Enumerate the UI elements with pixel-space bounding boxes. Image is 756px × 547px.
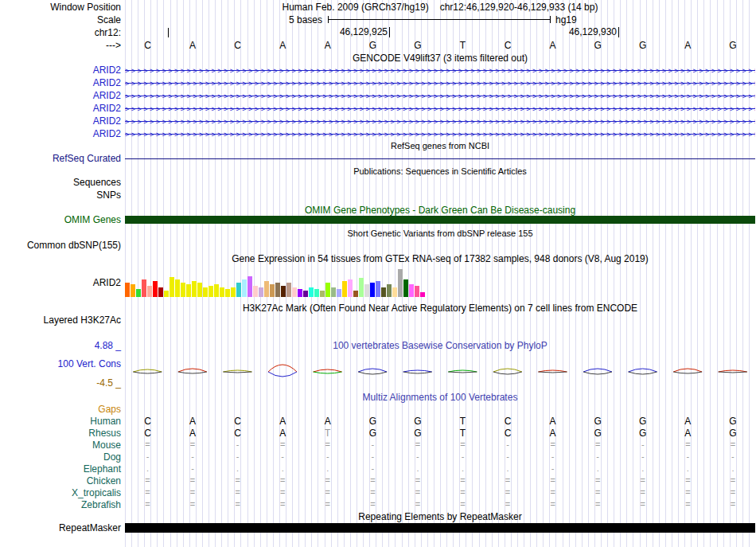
- multiz-label-rhesus[interactable]: Rhesus: [0, 428, 121, 439]
- gtex-tissue-bar[interactable]: [353, 291, 358, 297]
- sequences-label[interactable]: Sequences: [0, 177, 121, 188]
- gene-model-arid2[interactable]: >>>>>>>>>>>>>>>>>>>>>>>>>>>>>>>>>>>>>>>>…: [125, 64, 755, 76]
- gtex-tissue-bar[interactable]: [309, 287, 314, 297]
- gtex-tissue-bar[interactable]: [142, 279, 146, 297]
- h3k27ac-label[interactable]: Layered H3K27Ac: [0, 315, 121, 326]
- multiz-row-human[interactable]: CACAAGGTCAGGAG: [125, 416, 755, 428]
- gtex-tissue-bar[interactable]: [147, 286, 152, 297]
- gtex-tissue-bar[interactable]: [337, 289, 341, 297]
- multiz-row-zebrafish[interactable]: ==============: [125, 499, 755, 511]
- gtex-tissue-bar[interactable]: [203, 287, 208, 297]
- gtex-tissue-bar[interactable]: [342, 281, 347, 297]
- gtex-tissue-bar[interactable]: [164, 291, 169, 297]
- multiz-row-rhesus[interactable]: CACATGGTCAGGAG: [125, 428, 755, 440]
- gene-model-arid2[interactable]: >>>>>>>>>>>>>>>>>>>>>>>>>>>>>>>>>>>>>>>>…: [125, 77, 755, 89]
- gtex-tissue-bar[interactable]: [236, 283, 241, 297]
- gtex-tissue-bar[interactable]: [220, 287, 224, 297]
- gene-model-arid2[interactable]: >>>>>>>>>>>>>>>>>>>>>>>>>>>>>>>>>>>>>>>>…: [125, 90, 755, 102]
- omim-gene-bar[interactable]: [125, 216, 755, 224]
- gene-label-arid2[interactable]: ARID2: [0, 90, 121, 101]
- gtex-tissue-bar[interactable]: [359, 278, 364, 297]
- alignment-cell: T: [440, 416, 485, 427]
- gtex-tissue-bar[interactable]: [208, 286, 213, 297]
- gtex-tissue-bar[interactable]: [314, 289, 319, 297]
- gene-label-arid2[interactable]: ARID2: [0, 103, 121, 114]
- gtex-tissue-bar[interactable]: [225, 289, 230, 297]
- gtex-tissue-bar[interactable]: [264, 281, 269, 297]
- gtex-tissue-bar[interactable]: [325, 283, 330, 297]
- multiz-label-dog[interactable]: Dog: [0, 451, 121, 463]
- gtex-tissue-bar[interactable]: [281, 286, 286, 297]
- gtex-tissue-bar[interactable]: [125, 283, 130, 297]
- gtex-tissue-bar[interactable]: [247, 276, 252, 297]
- phylop-wiggle-track[interactable]: [125, 353, 755, 388]
- gtex-tissue-bar[interactable]: [420, 292, 425, 297]
- gtex-tissue-bar[interactable]: [381, 287, 386, 297]
- gtex-tissue-bar[interactable]: [364, 284, 369, 297]
- multiz-label-chicken[interactable]: Chicken: [0, 475, 121, 486]
- phylop-glyph: [629, 372, 657, 374]
- conservation-label[interactable]: 100 Vert. Cons: [0, 358, 121, 369]
- gtex-tissue-bar[interactable]: [186, 284, 191, 297]
- multiz-label-x_tropicalis[interactable]: X_tropicalis: [0, 487, 121, 498]
- multiz-label-zebrafish[interactable]: Zebrafish: [0, 499, 121, 510]
- gtex-tissue-bar[interactable]: [270, 284, 275, 297]
- refseq-curated-label[interactable]: RefSeq Curated: [0, 153, 121, 164]
- snps-label[interactable]: SNPs: [0, 189, 121, 201]
- gtex-tissue-bar[interactable]: [131, 284, 135, 297]
- alignment-cell: =: [350, 475, 396, 485]
- gtex-tissue-bar[interactable]: [153, 281, 158, 297]
- gtex-tissue-bar[interactable]: [303, 291, 308, 297]
- multiz-row-x_tropicalis[interactable]: ==============: [125, 487, 755, 499]
- gene-model-arid2[interactable]: >>>>>>>>>>>>>>>>>>>>>>>>>>>>>>>>>>>>>>>>…: [125, 128, 755, 140]
- gtex-tissue-bar[interactable]: [370, 283, 375, 297]
- gtex-tissue-bar[interactable]: [331, 287, 336, 297]
- gtex-tissue-bar[interactable]: [136, 289, 141, 297]
- multiz-label-human[interactable]: Human: [0, 416, 121, 427]
- multiz-row-chicken[interactable]: ==============: [125, 475, 755, 487]
- gtex-tissue-bar[interactable]: [403, 279, 408, 297]
- dbsnp-label[interactable]: Common dbSNP(155): [0, 240, 121, 251]
- gtex-tissue-bar[interactable]: [170, 277, 174, 297]
- gtex-tissue-bar[interactable]: [398, 269, 403, 297]
- gtex-tissue-bar[interactable]: [259, 287, 263, 297]
- gtex-tissue-bar[interactable]: [392, 287, 397, 297]
- gtex-tissue-bar[interactable]: [197, 283, 202, 297]
- gene-label-arid2[interactable]: ARID2: [0, 64, 121, 76]
- multiz-row-elephant[interactable]: .-...-...-....: [125, 463, 755, 475]
- gtex-tissue-bar[interactable]: [292, 287, 297, 297]
- gtex-expression-chart[interactable]: [125, 268, 426, 297]
- gtex-tissue-bar[interactable]: [387, 284, 392, 297]
- gtex-tissue-bar[interactable]: [348, 279, 353, 297]
- multiz-label-elephant[interactable]: Elephant: [0, 463, 121, 475]
- gtex-tissue-bar[interactable]: [181, 283, 185, 297]
- gtex-tissue-bar[interactable]: [298, 289, 302, 297]
- gtex-tissue-bar[interactable]: [286, 283, 291, 297]
- gene-model-arid2[interactable]: >>>>>>>>>>>>>>>>>>>>>>>>>>>>>>>>>>>>>>>>…: [125, 115, 755, 127]
- gtex-tissue-bar[interactable]: [192, 281, 197, 297]
- gtex-tissue-bar[interactable]: [409, 284, 414, 297]
- repeatmasker-label[interactable]: RepeatMasker: [0, 522, 121, 533]
- gene-label-arid2[interactable]: ARID2: [0, 77, 121, 88]
- gtex-tissue-bar[interactable]: [320, 291, 325, 297]
- gtex-tissue-bar[interactable]: [242, 279, 247, 297]
- gtex-tissue-bar[interactable]: [214, 284, 219, 297]
- gene-label-arid2[interactable]: ARID2: [0, 115, 121, 127]
- gtex-tissue-bar[interactable]: [231, 287, 236, 297]
- gtex-tissue-bar[interactable]: [175, 279, 180, 297]
- multiz-label-gaps[interactable]: Gaps: [0, 404, 121, 415]
- multiz-row-dog[interactable]: --------------: [125, 451, 755, 463]
- gtex-tissue-bar[interactable]: [158, 287, 163, 297]
- multiz-row-mouse[interactable]: ==-==-==-==-==: [125, 440, 755, 451]
- gtex-gene-label[interactable]: ARID2: [0, 277, 121, 288]
- gtex-tissue-bar[interactable]: [415, 286, 419, 297]
- gtex-tissue-bar[interactable]: [253, 286, 258, 297]
- repeatmasker-bar[interactable]: [125, 523, 755, 533]
- gene-label-arid2[interactable]: ARID2: [0, 128, 121, 139]
- omim-genes-label[interactable]: OMIM Genes: [0, 214, 121, 225]
- gtex-tissue-bar[interactable]: [376, 281, 380, 297]
- gene-model-arid2[interactable]: >>>>>>>>>>>>>>>>>>>>>>>>>>>>>>>>>>>>>>>>…: [125, 103, 755, 115]
- refseq-gene-line[interactable]: [125, 158, 755, 159]
- multiz-label-mouse[interactable]: Mouse: [0, 440, 121, 451]
- gtex-tissue-bar[interactable]: [275, 283, 280, 297]
